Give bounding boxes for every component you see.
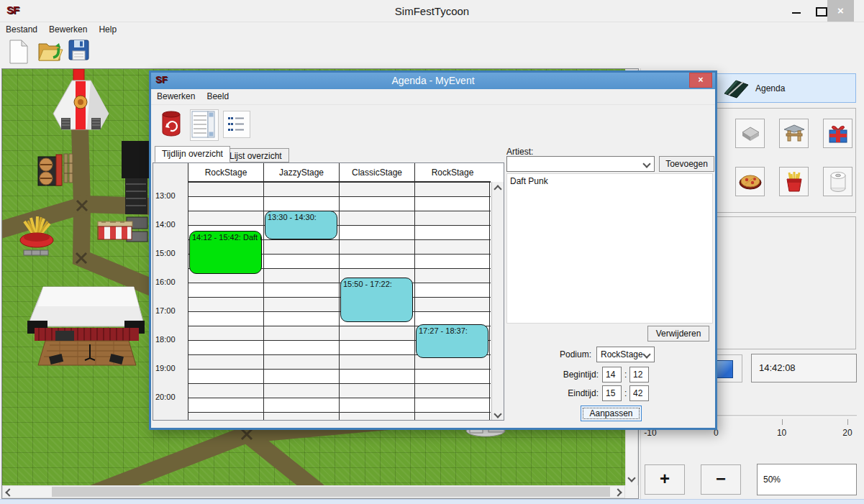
podium-label: Podium: [525, 349, 591, 359]
dialog-title: Agenda - MyEvent [151, 75, 715, 86]
agenda-button[interactable]: Agenda [715, 73, 856, 103]
stage-gate-icon [782, 122, 806, 144]
podium-combobox[interactable]: RockStage [596, 347, 655, 362]
market-stall[interactable] [98, 221, 132, 239]
zoom-in-button[interactable]: + [645, 464, 685, 495]
scroll-right-arrow-icon[interactable] [612, 487, 624, 498]
trash-icon [160, 109, 183, 138]
new-document-icon [7, 39, 30, 65]
grid-column-line [263, 182, 264, 421]
time-gutter: 13:0014:0015:0016:0017:0018:0019:0020:00 [153, 163, 188, 420]
shop-item-gift[interactable] [823, 119, 852, 148]
agenda-button-label: Agenda [755, 83, 785, 93]
pizza-icon [738, 170, 763, 192]
list-view-button[interactable] [223, 111, 250, 138]
time-label: 18:00 [155, 335, 176, 344]
bench[interactable] [64, 154, 73, 183]
minimize-icon [792, 12, 801, 14]
schedule-grid[interactable]: 13:30 - 14:30:14:12 - 15:42: Daft P15:50… [188, 182, 491, 421]
delete-event-button[interactable] [160, 109, 183, 141]
map-horizontal-scrollbar[interactable] [2, 485, 625, 498]
window-bottom-border [0, 499, 864, 504]
chevron-down-icon [642, 350, 650, 358]
time-label: 14:00 [155, 220, 176, 229]
add-artist-button[interactable]: Toevoegen [659, 156, 714, 172]
artist-combobox[interactable] [506, 156, 655, 172]
timeline-view-button[interactable] [190, 109, 219, 141]
pause-icon [715, 360, 733, 378]
stage-column-header-classicstage-2: ClassicStage [339, 163, 414, 182]
save-floppy-icon [68, 39, 91, 62]
close-button[interactable]: × [827, 0, 854, 22]
artist-listbox[interactable]: Daft Punk [506, 173, 713, 324]
timeline-scrollbar[interactable] [491, 182, 504, 421]
window-title: SimFestTycoon [0, 5, 864, 17]
slider-tick [782, 419, 783, 425]
agenda-event-14-12-15-42[interactable]: 14:12 - 15:42: Daft P [189, 231, 262, 274]
stage-header-row: RockStageJazzyStageClassicStageRockStage [188, 163, 491, 182]
info-panel [715, 216, 856, 349]
shop-item-fries[interactable] [779, 167, 809, 196]
begin-minute-input[interactable] [629, 367, 649, 382]
main-stage[interactable] [27, 287, 145, 365]
timeline-view-icon [191, 110, 217, 139]
menu-item-help[interactable]: Help [93, 23, 122, 35]
shop-items-panel [715, 108, 856, 213]
dialog-menu-item-beeld[interactable]: Beeld [201, 90, 235, 101]
slider-tick [847, 419, 848, 425]
timeline-scroll-down-icon[interactable] [492, 408, 504, 420]
dialog-menubar: BewerkenBeeld [151, 89, 715, 105]
end-minute-input[interactable] [629, 385, 649, 401]
time-label: 20:00 [155, 393, 176, 401]
toilet-paper-icon [827, 170, 849, 193]
tab-lijst-overzicht[interactable]: Lijst overzicht [222, 148, 289, 162]
maximize-icon [816, 7, 827, 17]
apply-button[interactable]: Aanpassen [581, 406, 642, 421]
open-file-button[interactable] [37, 39, 63, 66]
menu-item-bewerken[interactable]: Bewerken [43, 23, 93, 35]
stage-column-header-jazzystage-1: JazzyStage [263, 163, 339, 182]
shop-item-road-tile[interactable] [735, 119, 765, 148]
chevron-down-icon [642, 160, 650, 168]
list-view-icon [224, 111, 248, 136]
dialog-titlebar[interactable]: SF Agenda - MyEvent × [151, 73, 715, 89]
road-tile-icon [738, 122, 763, 144]
new-file-button[interactable] [7, 39, 33, 66]
begin-time-label: Begintijd: [525, 370, 599, 380]
tab-tijdlijn-overzicht[interactable]: Tijdlijn overzicht [155, 146, 230, 162]
grid-column-line [414, 182, 415, 421]
dialog-close-button[interactable]: × [689, 73, 712, 88]
begin-hour-input[interactable] [602, 367, 622, 382]
timeline-scroll-up-icon[interactable] [492, 183, 504, 195]
burger-stand[interactable] [38, 155, 62, 185]
artist-list-item-daft-punk[interactable]: Daft Punk [507, 174, 712, 186]
remove-artist-button[interactable]: Verwijderen [647, 326, 709, 342]
shop-item-pizza[interactable] [735, 167, 765, 196]
shop-item-toilet-paper[interactable] [823, 167, 852, 196]
agenda-event-13-30-14-30[interactable]: 13:30 - 14:30: [265, 211, 337, 239]
timeline-panel: 13:0014:0015:0016:0017:0018:0019:0020:00… [153, 162, 504, 421]
shop-item-stage-gate[interactable] [779, 119, 809, 148]
game-clock: 14:42:08 [751, 354, 857, 382]
scroll-left-arrow-icon[interactable] [4, 487, 15, 498]
zoom-out-button[interactable]: − [701, 464, 741, 495]
stage-column-header-rockstage-3: RockStage [414, 163, 490, 182]
main-menubar: BestandBewerkenHelp [0, 22, 864, 37]
end-time-label: Eindtijd: [525, 388, 599, 398]
grid-column-line [489, 182, 490, 421]
minimize-button[interactable] [784, 0, 809, 22]
scroll-down-arrow-icon[interactable] [626, 472, 637, 484]
time-colon: : [624, 370, 627, 380]
party-tent[interactable] [53, 81, 109, 129]
agenda-dialog[interactable]: SF Agenda - MyEvent × BewerkenBeeld [149, 70, 717, 430]
menu-item-bestand[interactable]: Bestand [0, 23, 43, 35]
end-hour-input[interactable] [602, 385, 622, 401]
gift-icon [827, 122, 850, 145]
agenda-event-15-50-17-22[interactable]: 15:50 - 17:22: [340, 278, 413, 321]
agenda-event-17-27-18-37[interactable]: 17:27 - 18:37: [416, 324, 488, 358]
podium-combobox-value: RockStage [601, 349, 643, 359]
dialog-menu-item-bewerken[interactable]: Bewerken [151, 90, 201, 101]
window-titlebar[interactable]: SF SimFestTycoon × [0, 0, 864, 22]
save-button[interactable] [68, 39, 94, 66]
horizontal-scrollbar-thumb[interactable] [52, 487, 610, 497]
